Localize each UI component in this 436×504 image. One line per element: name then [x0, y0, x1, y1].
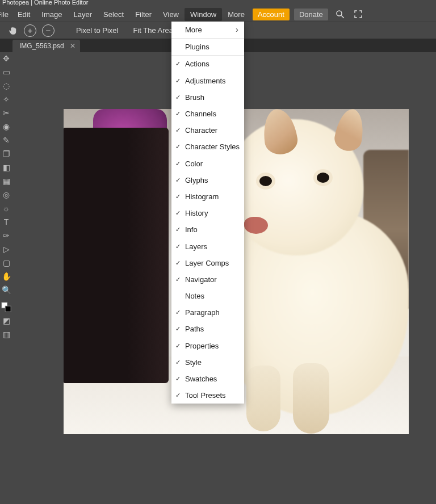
- dodge-tool-icon[interactable]: ☼: [1, 203, 11, 213]
- dropdown-label: Plugins: [185, 43, 209, 51]
- window-dropdown: More Plugins ActionsAdjustmentsBrushChan…: [171, 22, 244, 404]
- dropdown-item[interactable]: Info: [171, 221, 244, 238]
- eraser-tool-icon[interactable]: ◧: [1, 162, 11, 173]
- gradient-tool-icon[interactable]: ▦: [1, 176, 11, 186]
- menu-view[interactable]: View: [157, 8, 185, 21]
- dropdown-item[interactable]: History: [171, 205, 244, 221]
- dropdown-item[interactable]: Layers: [171, 238, 244, 254]
- hand-tool-icon[interactable]: [8, 26, 18, 36]
- blur-tool-icon[interactable]: ◎: [1, 190, 11, 200]
- dropdown-item[interactable]: Properties: [171, 338, 244, 354]
- quickmask-icon[interactable]: ◩: [1, 316, 11, 326]
- close-icon[interactable]: ✕: [70, 42, 76, 50]
- marquee-tool-icon[interactable]: ▭: [1, 67, 11, 77]
- menu-bar: File Edit Image Layer Select Filter View…: [0, 7, 436, 22]
- dropdown-item[interactable]: Brush: [171, 89, 244, 106]
- pixel-to-pixel-button[interactable]: Pixel to Pixel: [76, 26, 118, 35]
- menu-file[interactable]: File: [0, 8, 12, 21]
- type-tool-icon[interactable]: T: [1, 217, 11, 227]
- zoom-tool-icon[interactable]: 🔍: [1, 285, 11, 295]
- path-tool-icon[interactable]: ▷: [1, 244, 11, 254]
- dropdown-item[interactable]: Character: [171, 122, 244, 138]
- window-title: Photopea | Online Photo Editor: [0, 0, 436, 7]
- zoom-out-button[interactable]: −: [42, 24, 54, 37]
- menu-more[interactable]: More: [222, 8, 250, 21]
- dropdown-item[interactable]: Actions: [171, 56, 244, 72]
- lasso-tool-icon[interactable]: ◌: [1, 81, 11, 91]
- fullscreen-icon[interactable]: [352, 8, 364, 20]
- menu-file-label: File: [0, 10, 9, 19]
- dropdown-item[interactable]: Notes: [171, 288, 244, 304]
- document-tab[interactable]: IMG_5563.psd ✕: [12, 40, 80, 52]
- dropdown-item[interactable]: Swatches: [171, 371, 244, 387]
- brush-tool-icon[interactable]: ✎: [1, 135, 11, 145]
- dropdown-plugins[interactable]: Plugins: [171, 39, 244, 55]
- dropdown-more[interactable]: More: [171, 22, 244, 38]
- dropdown-item[interactable]: Character Styles: [171, 138, 244, 155]
- menu-window[interactable]: Window: [185, 8, 222, 21]
- dropdown-label: More: [185, 26, 202, 34]
- fit-the-area-button[interactable]: Fit The Area: [133, 26, 173, 35]
- clone-tool-icon[interactable]: ❐: [1, 149, 11, 159]
- menu-filter[interactable]: Filter: [129, 8, 157, 21]
- search-icon[interactable]: [334, 8, 346, 20]
- screenmode-icon[interactable]: ▥: [1, 329, 11, 339]
- svg-line-1: [341, 15, 344, 18]
- dropdown-item[interactable]: Layer Comps: [171, 255, 244, 271]
- menu-layer[interactable]: Layer: [68, 8, 98, 21]
- dropdown-item[interactable]: Style: [171, 354, 244, 371]
- dropdown-item[interactable]: Tool Presets: [171, 387, 244, 404]
- document-tab-label: IMG_5563.psd: [19, 42, 64, 50]
- wand-tool-icon[interactable]: ✧: [1, 94, 11, 104]
- dropdown-item[interactable]: Paragraph: [171, 304, 244, 321]
- dropdown-item[interactable]: Color: [171, 156, 244, 172]
- zoom-in-button[interactable]: +: [24, 24, 36, 37]
- eyedropper-tool-icon[interactable]: ◉: [1, 121, 11, 132]
- svg-rect-3: [5, 306, 11, 312]
- dropdown-item[interactable]: Histogram: [171, 188, 244, 205]
- dropdown-item[interactable]: Adjustments: [171, 73, 244, 89]
- donate-button[interactable]: Donate: [294, 9, 328, 20]
- svg-point-0: [337, 11, 342, 16]
- color-swap-icon[interactable]: [1, 302, 11, 312]
- menu-image[interactable]: Image: [36, 8, 68, 21]
- crop-tool-icon[interactable]: ✂: [1, 108, 11, 118]
- account-button[interactable]: Account: [253, 9, 290, 20]
- dropdown-item[interactable]: Paths: [171, 321, 244, 337]
- dropdown-item[interactable]: Channels: [171, 106, 244, 122]
- dropdown-item[interactable]: Glyphs: [171, 172, 244, 188]
- move-tool-icon[interactable]: ✥: [1, 53, 11, 64]
- dropdown-item[interactable]: Navigator: [171, 271, 244, 288]
- menu-edit[interactable]: Edit: [12, 8, 36, 21]
- pen-tool-icon[interactable]: ✑: [1, 230, 11, 241]
- menu-select[interactable]: Select: [98, 8, 129, 21]
- tool-palette: ✥ ▭ ◌ ✧ ✂ ◉ ✎ ❐ ◧ ▦ ◎ ☼ T ✑ ▷ ▢ ✋ 🔍 ◩ ▥: [0, 52, 12, 504]
- shape-tool-icon[interactable]: ▢: [1, 258, 11, 268]
- hand-tool-icon[interactable]: ✋: [1, 271, 11, 282]
